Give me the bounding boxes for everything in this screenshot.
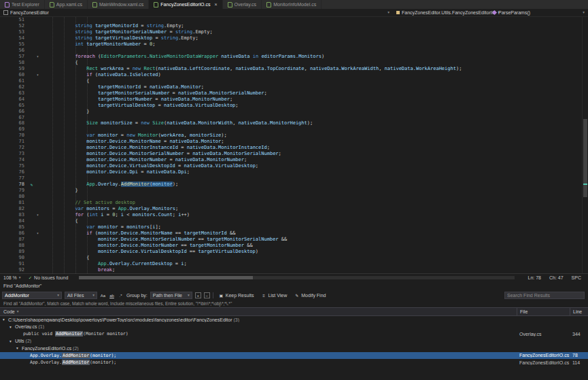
code-line[interactable]: 56 bbox=[0, 48, 583, 54]
code-line[interactable]: 65targetVirtualDesktop = nativeData.Virt… bbox=[0, 103, 583, 109]
find-result-row[interactable]: App.Overlay.AddMonitor(monitor);FancyZon… bbox=[0, 359, 588, 366]
code-line[interactable]: 52string targetMonitorId = string.Empty; bbox=[0, 23, 583, 29]
collapse-icon[interactable]: ▾ bbox=[3, 317, 8, 322]
code-line[interactable]: 71monitor.Device.MonitorName = nativeDat… bbox=[0, 139, 583, 145]
keep-results-button[interactable]: ▣ Keep Results bbox=[216, 292, 256, 298]
code-line[interactable]: 76monitor.Device.Dpi = nativeData.Dpi; bbox=[0, 169, 583, 175]
code-line[interactable]: 83▾for (int i = 0; i < monitors.Count; i… bbox=[0, 212, 583, 218]
code-editor[interactable]: 5152string targetMonitorId = string.Empt… bbox=[0, 17, 588, 273]
column-indicator[interactable]: Ch: 47 bbox=[549, 275, 564, 280]
whole-word-icon[interactable]: ab bbox=[109, 292, 115, 298]
glyph-margin bbox=[29, 48, 35, 54]
find-group-row[interactable]: ▾C:\Users\shaopengwang\Desktop\powertoys… bbox=[0, 316, 588, 324]
code-line[interactable]: 70var monitor = new Monitor(workArea, mo… bbox=[0, 133, 583, 139]
tab-monitorinfomodel-cs[interactable]: MonitorInfoModel.cs bbox=[262, 0, 322, 9]
code-line[interactable]: 66} bbox=[0, 109, 583, 115]
column-header-file[interactable]: File bbox=[517, 308, 570, 315]
code-line[interactable]: 64targetMonitorNumber = nativeData.Monit… bbox=[0, 97, 583, 103]
code-line[interactable]: 67 bbox=[0, 115, 583, 121]
line-indicator[interactable]: Ln: 78 bbox=[528, 275, 541, 280]
column-header-line[interactable]: Line bbox=[570, 308, 588, 315]
code-line[interactable]: 77 bbox=[0, 175, 583, 182]
code-line[interactable]: 57▾foreach (EditorParameters.NativeMonit… bbox=[0, 54, 583, 60]
modify-find-button[interactable]: ✎ Modify Find bbox=[292, 292, 328, 298]
code-line[interactable]: 86▾if (monitor.Device.MonitorName == tar… bbox=[0, 230, 583, 237]
code-line[interactable]: 62targetMonitorId = nativeData.Monitor; bbox=[0, 84, 583, 90]
code-line[interactable]: 81// Set active desktop bbox=[0, 200, 583, 206]
close-icon[interactable]: × bbox=[214, 2, 217, 7]
code-line[interactable]: 90{ bbox=[0, 255, 583, 261]
collapse-icon[interactable]: ▾ bbox=[10, 325, 15, 329]
tab-mainwindow-xaml-cs[interactable]: MainWindow.xaml.cs bbox=[88, 0, 149, 9]
code-line[interactable]: 91App.Overlay.CurrentDesktop = i; bbox=[0, 261, 583, 267]
fold-collapse-icon[interactable]: ▾ bbox=[35, 230, 41, 237]
code-line[interactable]: 59Rect workArea = new Rect(nativeData.Le… bbox=[0, 66, 583, 72]
type-dropdown[interactable]: FancyZonesEditor.Utils.FancyZonesEditorI… bbox=[393, 9, 489, 16]
find-group-row[interactable]: ▾Overlay.cs (1) bbox=[0, 324, 588, 331]
find-result-row[interactable]: public void AddMonitor(Monitor monitor)O… bbox=[0, 330, 588, 338]
expand-all-icon[interactable]: + bbox=[195, 292, 201, 298]
match-highlight: AddMonitor bbox=[62, 353, 90, 358]
code-line[interactable]: 60▾if (nativeData.IsSelected) bbox=[0, 72, 583, 78]
code-line[interactable]: 79} bbox=[0, 188, 583, 194]
scope-combo[interactable]: All Files ▾ bbox=[65, 292, 97, 299]
code-line[interactable]: 58{ bbox=[0, 60, 583, 66]
column-header-code[interactable]: Code ▾ bbox=[0, 308, 517, 315]
code-line[interactable]: 51 bbox=[0, 17, 583, 23]
collapse-all-icon[interactable]: − bbox=[204, 292, 210, 298]
code-line[interactable]: 74monitor.Device.MonitorNumber = nativeD… bbox=[0, 157, 583, 163]
code-line[interactable]: 84{ bbox=[0, 218, 583, 224]
list-view-icon: ≡ bbox=[260, 292, 266, 298]
collapse-icon[interactable]: ▾ bbox=[10, 339, 15, 343]
zoom-control[interactable]: 108 % ▾ bbox=[0, 275, 24, 280]
tab-fancyzoneseditorio-cs[interactable]: FancyZonesEditorIO.cs× bbox=[149, 0, 222, 9]
health-text: No issues found bbox=[34, 275, 68, 280]
find-group-row[interactable]: ▾Utils (2) bbox=[0, 338, 588, 345]
code-line[interactable]: 78✎App.Overlay.AddMonitor(monitor); bbox=[0, 182, 583, 188]
code-line[interactable]: 53string targetMonitorSerialNumber = str… bbox=[0, 29, 583, 35]
list-view-button[interactable]: ≡ List View bbox=[258, 292, 289, 298]
tab-test-explorer[interactable]: Test Explorer bbox=[0, 0, 45, 9]
fold-collapse-icon[interactable]: ▾ bbox=[35, 212, 41, 218]
code-text: App.Overlay.CurrentDesktop = i; bbox=[41, 261, 583, 267]
code-line[interactable]: 68Size monitorSize = new Size(nativeData… bbox=[0, 120, 583, 126]
code-line[interactable]: 61{ bbox=[0, 78, 583, 84]
group-by-combo[interactable]: Path then File ▾ bbox=[150, 292, 192, 299]
tab-overlay-cs[interactable]: Overlay.cs bbox=[223, 0, 262, 9]
regex-icon[interactable]: .* bbox=[118, 292, 124, 298]
code-line[interactable]: 75monitor.Device.VirtualDesktopId = nati… bbox=[0, 163, 583, 169]
space-mode-indicator[interactable]: SPC bbox=[572, 275, 581, 280]
code-line[interactable]: 85var monitor = monitors[i]; bbox=[0, 224, 583, 230]
code-line[interactable]: 72monitor.Device.MonitorInstanceId = nat… bbox=[0, 145, 583, 151]
find-result-row[interactable]: App.Overlay.AddMonitor(monitor);FancyZon… bbox=[0, 352, 588, 360]
glyph-margin bbox=[29, 249, 35, 255]
search-find-results-input[interactable]: Search Find Results bbox=[504, 292, 585, 299]
fold-collapse-icon[interactable]: ▾ bbox=[35, 72, 41, 78]
project-dropdown[interactable]: FancyZonesEditor ▾ bbox=[0, 9, 393, 16]
code-line[interactable]: 55int targetMonitorNumber = 0; bbox=[0, 41, 583, 48]
code-line[interactable]: 69 bbox=[0, 126, 583, 133]
code-line[interactable]: 54string targetVirtualDesktop = string.E… bbox=[0, 35, 583, 41]
fold-collapse-icon[interactable]: ▾ bbox=[35, 54, 41, 60]
code-line[interactable]: 73monitor.Device.MonitorSerialNumber = n… bbox=[0, 151, 583, 157]
member-name: ParseParams() bbox=[498, 10, 530, 15]
member-dropdown[interactable]: ParseParams() ▾ bbox=[489, 9, 588, 16]
match-case-icon[interactable]: Aa bbox=[100, 292, 106, 298]
code-line[interactable]: 80 bbox=[0, 194, 583, 200]
code-line[interactable]: 82var monitors = App.Overlay.Monitors; bbox=[0, 206, 583, 212]
find-term-combo[interactable]: AddMonitor ▾ bbox=[2, 292, 62, 299]
code-line[interactable]: 87monitor.Device.MonitorSerialNumber == … bbox=[0, 237, 583, 243]
code-line[interactable]: 89monitor.Device.VirtualDesktopId == tar… bbox=[0, 249, 583, 255]
document-health-indicator[interactable]: ✓ No issues found bbox=[24, 275, 73, 280]
tab-app-xaml-cs[interactable]: App.xaml.cs bbox=[45, 0, 88, 9]
collapse-icon[interactable]: ▾ bbox=[16, 346, 22, 350]
code-line[interactable]: 92break; bbox=[0, 267, 583, 273]
code-line[interactable]: 88monitor.Device.MonitorNumber == target… bbox=[0, 243, 583, 249]
scrollbar-thumb[interactable] bbox=[79, 276, 253, 279]
horizontal-scrollbar[interactable] bbox=[79, 276, 514, 279]
vertical-scrollbar[interactable] bbox=[582, 17, 588, 273]
code-line[interactable]: 63targetMonitorSerialNumber = nativeData… bbox=[0, 90, 583, 97]
scrollbar-thumb[interactable] bbox=[583, 119, 587, 197]
find-group-row[interactable]: ▾FancyZonesEditorIO.cs (2) bbox=[0, 345, 588, 352]
result-code-cell: App.Overlay.AddMonitor(monitor); bbox=[0, 353, 517, 358]
